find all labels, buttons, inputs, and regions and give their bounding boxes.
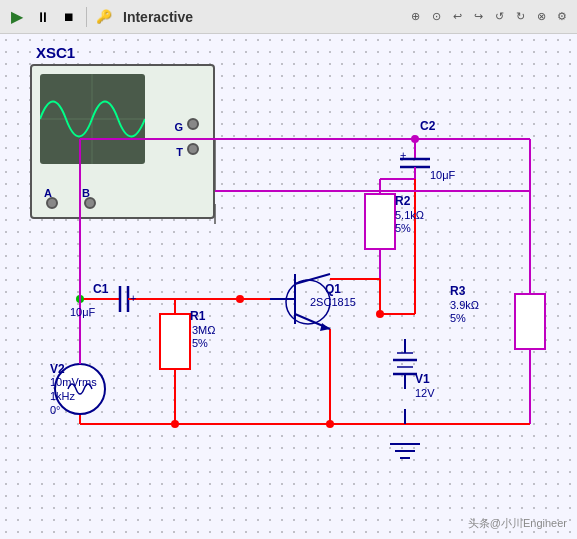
svg-line-26: [295, 314, 330, 329]
play-button[interactable]: ▶: [6, 6, 28, 28]
c1-label: C1: [93, 282, 108, 296]
v2-value2: 1kHz: [50, 390, 75, 402]
svg-rect-10: [515, 294, 545, 349]
svg-rect-7: [365, 194, 395, 249]
osc-terminal-G-dot[interactable]: [187, 118, 199, 130]
r3-tol: 5%: [450, 312, 466, 324]
icon-2[interactable]: ⊙: [427, 8, 445, 26]
r1-tol: 5%: [192, 337, 208, 349]
q1-type: 2SC1815: [310, 296, 356, 308]
osc-terminal-B-dot[interactable]: [84, 197, 96, 209]
icon-6[interactable]: ↻: [511, 8, 529, 26]
v2-value3: 0°: [50, 404, 61, 416]
svg-line-25: [295, 274, 330, 284]
r1-label: R1: [190, 309, 205, 323]
svg-marker-27: [320, 323, 330, 331]
v1-label: V1: [415, 372, 430, 386]
c1-value: 10μF: [70, 306, 95, 318]
svg-point-45: [76, 295, 84, 303]
r3-value: 3.9kΩ: [450, 299, 479, 311]
gear-icon[interactable]: ⚙: [553, 8, 571, 26]
v2-value1: 10mVrms: [50, 376, 97, 388]
circuit-canvas: XSC1 G T A B: [0, 34, 577, 539]
svg-point-18: [376, 310, 384, 318]
toolbar-right-icons: ⊕ ⊙ ↩ ↪ ↺ ↻ ⊗ ⚙: [406, 8, 571, 26]
oscilloscope[interactable]: XSC1 G T A B: [30, 64, 215, 219]
icon-4[interactable]: ↪: [469, 8, 487, 26]
osc-terminal-T-label: T: [176, 146, 183, 158]
r3-label: R3: [450, 284, 465, 298]
svg-point-32: [171, 420, 179, 428]
svg-point-5: [411, 135, 419, 143]
c2-plus: +: [400, 149, 406, 161]
toolbar-title: Interactive: [123, 9, 402, 25]
toolbar: ▶ ⏸ ⏹ 🔑 Interactive ⊕ ⊙ ↩ ↪ ↺ ↻ ⊗ ⚙: [0, 0, 577, 34]
oscilloscope-label: XSC1: [36, 44, 75, 61]
pause-button[interactable]: ⏸: [32, 6, 54, 28]
c2-label: C2: [420, 119, 435, 133]
icon-1[interactable]: ⊕: [406, 8, 424, 26]
svg-point-39: [236, 295, 244, 303]
r2-tol: 5%: [395, 222, 411, 234]
r1-value: 3MΩ: [192, 324, 216, 336]
svg-point-49: [55, 364, 105, 414]
osc-terminal-A-dot[interactable]: [46, 197, 58, 209]
c1-plus: +: [130, 292, 136, 304]
r2-label: R2: [395, 194, 410, 208]
v1-value: 12V: [415, 387, 435, 399]
icon-5[interactable]: ↺: [490, 8, 508, 26]
svg-rect-41: [160, 314, 190, 369]
osc-terminal-T-dot[interactable]: [187, 143, 199, 155]
svg-point-28: [286, 280, 330, 324]
watermark: 头条@小川Engineer: [468, 516, 567, 531]
icon-7[interactable]: ⊗: [532, 8, 550, 26]
oscilloscope-screen: [40, 74, 145, 164]
c2-value: 10μF: [430, 169, 455, 181]
osc-terminal-G-label: G: [174, 121, 183, 133]
svg-point-33: [326, 420, 334, 428]
v2-label: V2: [50, 362, 65, 376]
r2-value: 5.1kΩ: [395, 209, 424, 221]
icon-3[interactable]: ↩: [448, 8, 466, 26]
q1-label: Q1: [325, 282, 341, 296]
toolbar-separator: [86, 7, 87, 27]
key-button[interactable]: 🔑: [93, 6, 115, 28]
stop-button[interactable]: ⏹: [58, 6, 80, 28]
